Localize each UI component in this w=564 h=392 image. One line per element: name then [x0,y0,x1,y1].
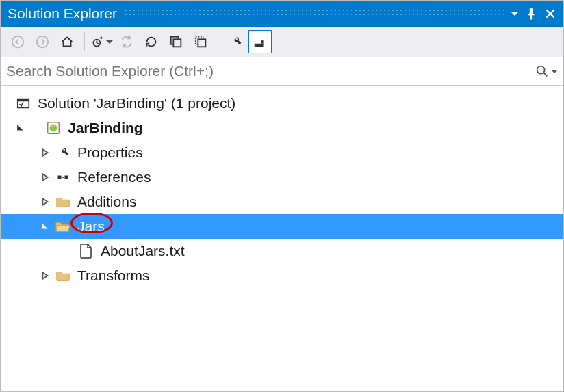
svg-rect-18 [62,177,64,178]
nav-back-button[interactable] [6,30,29,53]
svg-point-9 [537,66,545,74]
search-bar [1,57,563,86]
properties-node[interactable]: Properties [1,140,563,165]
transforms-node[interactable]: Transforms [1,263,563,288]
search-button[interactable] [535,64,558,79]
collapse-arrow-icon[interactable] [39,270,51,282]
references-node[interactable]: References [1,165,563,190]
svg-rect-4 [173,39,181,47]
home-button[interactable] [55,30,79,53]
folder-icon [54,267,72,284]
solution-tree: Solution 'JarBinding' (1 project) JarBin… [1,86,563,293]
expand-arrow-icon[interactable] [14,122,27,134]
sync-button[interactable] [115,30,138,53]
properties-label: Properties [75,144,146,161]
svg-point-13 [50,125,57,132]
references-label: References [75,169,153,185]
project-node[interactable]: JarBinding [1,116,563,140]
svg-rect-8 [261,40,264,44]
toolbar-separator [84,32,85,51]
nav-forward-button[interactable] [31,30,54,53]
close-icon[interactable] [544,8,556,20]
additions-node[interactable]: Additions [1,190,563,214]
solution-node[interactable]: Solution 'JarBinding' (1 project) [1,91,563,116]
references-icon [54,169,72,185]
svg-rect-16 [58,176,62,179]
folder-open-icon [54,218,72,235]
solution-icon [14,95,32,112]
wrench-icon [54,144,72,161]
aboutjars-label: AboutJars.txt [98,243,188,259]
jars-label: Jars [75,218,107,235]
titlebar-title: Solution Explorer [8,5,117,22]
svg-rect-17 [65,176,68,179]
svg-point-14 [51,126,53,127]
scope-dropdown-button[interactable] [90,30,114,53]
project-label: JarBinding [65,120,146,136]
collapse-arrow-icon[interactable] [39,171,51,183]
svg-rect-6 [198,39,205,47]
solution-explorer-toolbar [1,27,563,57]
titlebar-grip [124,10,504,17]
file-icon [77,243,95,259]
svg-rect-11 [18,99,29,102]
android-project-icon [44,120,62,136]
solution-explorer-titlebar: Solution Explorer [1,1,563,27]
svg-point-15 [54,126,55,127]
transforms-label: Transforms [75,267,152,284]
properties-button[interactable] [224,30,247,53]
collapse-all-button[interactable] [164,30,188,53]
jars-node[interactable]: Jars [1,214,563,239]
collapse-arrow-icon[interactable] [39,146,51,159]
solution-label: Solution 'JarBinding' (1 project) [35,95,238,112]
folder-icon [54,194,72,210]
window-options-icon[interactable] [511,12,518,16]
toolbar-separator [218,32,218,51]
preview-button[interactable] [248,30,272,53]
show-all-files-button[interactable] [189,30,212,53]
additions-label: Additions [75,194,139,210]
search-input[interactable] [6,63,535,79]
svg-point-1 [37,36,49,48]
aboutjars-node[interactable]: AboutJars.txt [1,239,563,263]
refresh-button[interactable] [140,30,163,53]
svg-rect-7 [255,44,264,47]
pin-icon[interactable] [525,8,537,20]
expand-arrow-icon[interactable] [39,220,51,233]
collapse-arrow-icon[interactable] [39,196,51,208]
svg-point-0 [12,36,24,48]
